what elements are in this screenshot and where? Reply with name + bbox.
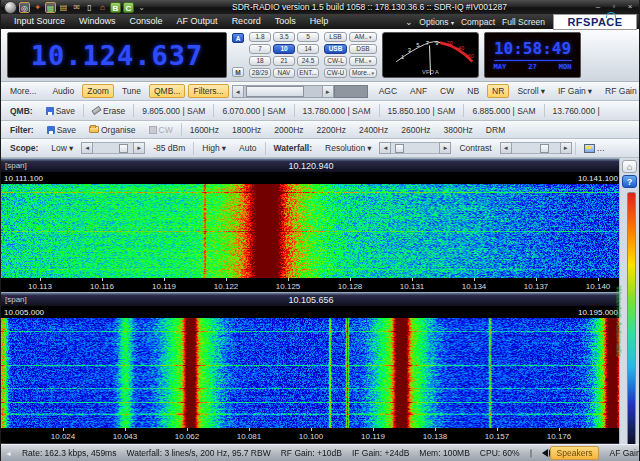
waterfall-display-2[interactable] — [1, 318, 621, 428]
mail-icon[interactable]: ✉ — [71, 2, 82, 13]
tune-button[interactable]: Tune — [117, 84, 146, 98]
tools-icon[interactable]: ✦ — [32, 2, 43, 13]
menu-tools[interactable]: Tools — [268, 14, 303, 29]
filter-organise-button[interactable]: Organise — [84, 123, 141, 137]
memory-button[interactable]: M — [232, 67, 244, 77]
filter-drm[interactable]: DRM — [481, 123, 510, 137]
more-button[interactable]: More... — [5, 84, 41, 98]
audio-button[interactable]: Audio — [47, 84, 79, 98]
slider-thumb[interactable] — [395, 144, 404, 153]
mode-fm[interactable]: FM..▾ — [349, 56, 377, 66]
menu-options[interactable]: Options ▾ — [419, 17, 454, 27]
menu-windows[interactable]: Windows — [72, 14, 123, 29]
scope-auto-button[interactable]: Auto — [234, 141, 262, 155]
anf-button[interactable]: ANF — [405, 84, 432, 98]
contrast-slider[interactable]: ◄ ► — [500, 142, 572, 154]
nb-button[interactable]: NB — [462, 84, 484, 98]
speakers-button[interactable]: Speakers — [550, 446, 600, 460]
filter-2000[interactable]: 2000Hz — [269, 123, 308, 137]
mode-usb[interactable]: USB — [324, 44, 347, 54]
restore-button[interactable]: ▫ — [608, 2, 620, 12]
scope-low-dropdown[interactable]: Low▾ — [46, 141, 78, 155]
band-18[interactable]: 18 — [249, 56, 271, 66]
band-1-8[interactable]: 1.8 — [249, 32, 271, 42]
calendar-icon[interactable]: ▤ — [58, 2, 69, 13]
filter-2400[interactable]: 2400Hz — [354, 123, 393, 137]
slider-thumb[interactable] — [119, 144, 128, 153]
mode-cw-l[interactable]: CW-L — [324, 56, 347, 66]
band-5[interactable]: 5 — [297, 32, 319, 42]
home-icon[interactable]: ⌂ — [97, 2, 108, 13]
workspace-c-icon[interactable]: C — [123, 2, 134, 13]
zoom-button[interactable]: Zoom — [82, 84, 114, 98]
menu-chevron-icon[interactable]: ⌄ — [405, 17, 412, 27]
rf-gain-dropdown[interactable]: RF Gain▾ — [600, 84, 640, 98]
app-orb-icon[interactable] — [4, 1, 17, 14]
band-28-29[interactable]: 28/29 — [249, 68, 271, 78]
resolution-slider[interactable]: ◄ ► — [379, 142, 451, 154]
waterfall-display-1[interactable] — [1, 184, 621, 278]
help-button[interactable]: ? — [622, 175, 637, 188]
filter-1800[interactable]: 1800Hz — [227, 123, 266, 137]
frequency-display[interactable]: 10.124.637 — [7, 32, 227, 78]
band-10[interactable]: 10 — [273, 44, 295, 54]
menu-compact[interactable]: Compact — [461, 17, 495, 27]
scope-low-slider[interactable]: ◄ ► — [81, 142, 145, 154]
band-nav[interactable]: NAV — [273, 68, 295, 78]
workspace-b-icon[interactable]: B — [110, 2, 121, 13]
span-header-1[interactable]: [span] 10.120.940 — [1, 158, 621, 172]
minimize-button[interactable]: – — [592, 2, 604, 12]
qmb-memory-1[interactable]: 9.805.000 | SAM — [137, 104, 210, 118]
filter-3800[interactable]: 3800Hz — [439, 123, 478, 137]
resolution-dropdown[interactable]: Resolution▾ — [320, 141, 376, 155]
mode-dsb[interactable]: DSB — [349, 44, 377, 54]
span-header-2[interactable]: [span] 10.105.656 — [1, 292, 621, 306]
band-ent[interactable]: ENT... — [297, 68, 319, 78]
band-7[interactable]: 7 — [249, 44, 271, 54]
qmb-memory-5[interactable]: 6.885.000 | SAM — [467, 104, 540, 118]
record-target-icon[interactable]: ◎ — [19, 2, 30, 13]
vfo-a-button[interactable]: A — [232, 33, 244, 43]
zoom-scrollbar[interactable]: ◄ ► — [232, 85, 368, 98]
document-icon[interactable]: ▯ — [84, 2, 95, 13]
chevron-left-icon[interactable]: ◄ — [5, 450, 12, 457]
mode-lsb[interactable]: LSB — [324, 32, 347, 42]
band-14[interactable]: 14 — [297, 44, 319, 54]
home-button[interactable]: ⌂ — [622, 160, 637, 173]
mode-more[interactable]: More..▾ — [349, 68, 377, 78]
scroll-right-icon[interactable]: ► — [322, 85, 334, 98]
mode-cw-u[interactable]: CW-U — [324, 68, 347, 78]
if-gain-dropdown[interactable]: IF Gain▾ — [553, 84, 597, 98]
band-3-5[interactable]: 3.5 — [273, 32, 295, 42]
scroll-left-icon[interactable]: ◄ — [232, 85, 244, 98]
filter-2200[interactable]: 2200Hz — [312, 123, 351, 137]
cw-button[interactable]: CW — [435, 84, 459, 98]
menu-af-output[interactable]: AF Output — [170, 14, 225, 29]
qmb-memory-3[interactable]: 13.780.000 | SAM — [298, 104, 376, 118]
display-icon[interactable]: ▦ — [45, 2, 56, 13]
agc-button[interactable]: AGC — [374, 84, 402, 98]
filter-2600[interactable]: 2600Hz — [396, 123, 435, 137]
menu-console[interactable]: Console — [123, 14, 170, 29]
qmb-memory-4[interactable]: 15.850.100 | SAM — [383, 104, 461, 118]
filter-1600[interactable]: 1600Hz — [185, 123, 224, 137]
slider-thumb[interactable] — [540, 144, 549, 153]
qmb-save-button[interactable]: Save — [41, 104, 80, 118]
close-button[interactable]: × — [624, 2, 636, 12]
frequency-value[interactable]: 10.124.637 — [31, 40, 204, 71]
qmb-memory-6[interactable]: 13.760.000 | — [548, 104, 605, 118]
mode-am[interactable]: AM..▾ — [349, 32, 377, 42]
band-24-5[interactable]: 24.5 — [297, 56, 319, 66]
qmb-button[interactable]: QMB... — [149, 84, 185, 98]
nr-button[interactable]: NR — [487, 84, 509, 98]
qmb-erase-button[interactable]: Erase — [87, 104, 130, 118]
band-21[interactable]: 21 — [273, 56, 295, 66]
af-gain-button[interactable]: AF Gain — [609, 448, 640, 458]
menu-record[interactable]: Record — [225, 14, 268, 29]
menu-input-source[interactable]: Input Source — [7, 14, 72, 29]
scroll-dropdown[interactable]: Scroll▾ — [512, 84, 550, 98]
filters-button[interactable]: Filters... — [188, 84, 228, 98]
menu-help[interactable]: Help — [303, 14, 336, 29]
scrollbar-thumb[interactable] — [246, 86, 304, 97]
display-options-button[interactable]: … — [579, 141, 611, 155]
